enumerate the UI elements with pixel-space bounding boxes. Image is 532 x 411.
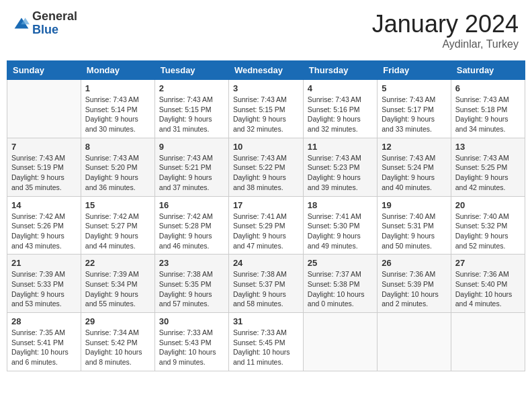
day-info: Sunrise: 7:33 AM Sunset: 5:45 PM Dayligh… bbox=[233, 328, 299, 367]
day-info: Sunrise: 7:34 AM Sunset: 5:42 PM Dayligh… bbox=[85, 328, 150, 367]
calendar-cell: 27Sunrise: 7:36 AM Sunset: 5:40 PM Dayli… bbox=[451, 255, 525, 313]
day-number: 11 bbox=[308, 142, 373, 152]
day-number: 1 bbox=[85, 83, 150, 93]
day-number: 22 bbox=[85, 258, 150, 268]
day-info: Sunrise: 7:36 AM Sunset: 5:39 PM Dayligh… bbox=[382, 269, 447, 309]
day-number: 18 bbox=[308, 200, 373, 210]
month-title: January 2024 bbox=[372, 10, 519, 38]
calendar-cell: 6Sunrise: 7:43 AM Sunset: 5:18 PM Daylig… bbox=[451, 80, 525, 138]
day-number: 31 bbox=[233, 316, 299, 326]
calendar-cell: 15Sunrise: 7:42 AM Sunset: 5:27 PM Dayli… bbox=[81, 196, 154, 255]
day-number: 27 bbox=[455, 258, 521, 268]
week-row-5: 28Sunrise: 7:35 AM Sunset: 5:41 PM Dayli… bbox=[7, 313, 525, 371]
day-number: 21 bbox=[11, 258, 77, 268]
day-number: 24 bbox=[233, 258, 299, 268]
week-row-2: 7Sunrise: 7:43 AM Sunset: 5:19 PM Daylig… bbox=[7, 138, 525, 196]
day-number: 3 bbox=[233, 83, 299, 93]
day-number: 6 bbox=[455, 83, 521, 93]
day-info: Sunrise: 7:35 AM Sunset: 5:41 PM Dayligh… bbox=[11, 328, 77, 367]
day-info: Sunrise: 7:43 AM Sunset: 5:16 PM Dayligh… bbox=[308, 95, 373, 134]
day-info: Sunrise: 7:42 AM Sunset: 5:26 PM Dayligh… bbox=[11, 212, 77, 251]
day-number: 7 bbox=[11, 142, 77, 152]
day-number: 2 bbox=[159, 83, 224, 93]
calendar-cell: 7Sunrise: 7:43 AM Sunset: 5:19 PM Daylig… bbox=[7, 138, 81, 196]
calendar-cell: 1Sunrise: 7:43 AM Sunset: 5:14 PM Daylig… bbox=[81, 80, 154, 138]
calendar-cell: 13Sunrise: 7:43 AM Sunset: 5:25 PM Dayli… bbox=[451, 138, 525, 196]
day-info: Sunrise: 7:43 AM Sunset: 5:18 PM Dayligh… bbox=[455, 95, 521, 134]
calendar-cell: 12Sunrise: 7:43 AM Sunset: 5:24 PM Dayli… bbox=[378, 138, 451, 196]
day-info: Sunrise: 7:43 AM Sunset: 5:15 PM Dayligh… bbox=[233, 95, 299, 134]
calendar-cell bbox=[303, 313, 377, 371]
day-info: Sunrise: 7:37 AM Sunset: 5:38 PM Dayligh… bbox=[308, 269, 373, 309]
calendar-cell: 22Sunrise: 7:39 AM Sunset: 5:34 PM Dayli… bbox=[81, 255, 154, 313]
calendar-cell: 18Sunrise: 7:41 AM Sunset: 5:30 PM Dayli… bbox=[303, 196, 377, 255]
day-info: Sunrise: 7:38 AM Sunset: 5:37 PM Dayligh… bbox=[233, 269, 299, 309]
day-number: 23 bbox=[159, 258, 224, 268]
calendar-cell: 17Sunrise: 7:41 AM Sunset: 5:29 PM Dayli… bbox=[228, 196, 303, 255]
day-number: 13 bbox=[455, 142, 521, 152]
calendar-cell: 25Sunrise: 7:37 AM Sunset: 5:38 PM Dayli… bbox=[303, 255, 377, 313]
day-number: 28 bbox=[11, 316, 77, 326]
day-number: 17 bbox=[233, 200, 299, 210]
day-number: 4 bbox=[308, 83, 373, 93]
day-info: Sunrise: 7:43 AM Sunset: 5:22 PM Dayligh… bbox=[233, 153, 299, 193]
calendar-cell: 10Sunrise: 7:43 AM Sunset: 5:22 PM Dayli… bbox=[228, 138, 303, 196]
logo-general-text: General bbox=[32, 10, 77, 24]
day-info: Sunrise: 7:39 AM Sunset: 5:34 PM Dayligh… bbox=[85, 269, 150, 309]
calendar-table: SundayMondayTuesdayWednesdayThursdayFrid… bbox=[7, 60, 525, 371]
calendar-cell: 2Sunrise: 7:43 AM Sunset: 5:15 PM Daylig… bbox=[154, 80, 228, 138]
day-number: 9 bbox=[159, 142, 224, 152]
day-info: Sunrise: 7:40 AM Sunset: 5:31 PM Dayligh… bbox=[382, 212, 447, 251]
day-info: Sunrise: 7:43 AM Sunset: 5:17 PM Dayligh… bbox=[382, 95, 447, 134]
day-info: Sunrise: 7:38 AM Sunset: 5:35 PM Dayligh… bbox=[159, 269, 224, 309]
day-header-monday: Monday bbox=[81, 61, 154, 80]
calendar-cell: 19Sunrise: 7:40 AM Sunset: 5:31 PM Dayli… bbox=[378, 196, 451, 255]
calendar-cell bbox=[451, 313, 525, 371]
location: Aydinlar, Turkey bbox=[372, 38, 519, 50]
calendar-cell: 8Sunrise: 7:43 AM Sunset: 5:20 PM Daylig… bbox=[81, 138, 154, 196]
day-number: 26 bbox=[382, 258, 447, 268]
day-number: 30 bbox=[159, 316, 224, 326]
day-info: Sunrise: 7:36 AM Sunset: 5:40 PM Dayligh… bbox=[455, 269, 521, 309]
week-row-3: 14Sunrise: 7:42 AM Sunset: 5:26 PM Dayli… bbox=[7, 196, 525, 255]
calendar-cell: 31Sunrise: 7:33 AM Sunset: 5:45 PM Dayli… bbox=[228, 313, 303, 371]
day-header-tuesday: Tuesday bbox=[154, 61, 228, 80]
day-number: 16 bbox=[159, 200, 224, 210]
calendar-cell: 20Sunrise: 7:40 AM Sunset: 5:32 PM Dayli… bbox=[451, 196, 525, 255]
title-section: January 2024 Aydinlar, Turkey bbox=[372, 10, 519, 50]
day-number: 29 bbox=[85, 316, 150, 326]
logo: General Blue bbox=[13, 10, 77, 37]
day-header-friday: Friday bbox=[378, 61, 451, 80]
day-info: Sunrise: 7:42 AM Sunset: 5:28 PM Dayligh… bbox=[159, 212, 224, 251]
day-info: Sunrise: 7:43 AM Sunset: 5:25 PM Dayligh… bbox=[455, 153, 521, 193]
day-info: Sunrise: 7:33 AM Sunset: 5:43 PM Dayligh… bbox=[159, 328, 224, 367]
logo-blue-text: Blue bbox=[32, 24, 77, 37]
page-header: General Blue January 2024 Aydinlar, Turk… bbox=[7, 7, 525, 54]
calendar-cell: 29Sunrise: 7:34 AM Sunset: 5:42 PM Dayli… bbox=[81, 313, 154, 371]
day-info: Sunrise: 7:43 AM Sunset: 5:15 PM Dayligh… bbox=[159, 95, 224, 134]
day-number: 5 bbox=[382, 83, 447, 93]
calendar-cell: 9Sunrise: 7:43 AM Sunset: 5:21 PM Daylig… bbox=[154, 138, 228, 196]
calendar-cell: 3Sunrise: 7:43 AM Sunset: 5:15 PM Daylig… bbox=[228, 80, 303, 138]
day-number: 19 bbox=[382, 200, 447, 210]
day-number: 14 bbox=[11, 200, 77, 210]
day-info: Sunrise: 7:43 AM Sunset: 5:24 PM Dayligh… bbox=[382, 153, 447, 193]
day-info: Sunrise: 7:41 AM Sunset: 5:29 PM Dayligh… bbox=[233, 212, 299, 251]
day-info: Sunrise: 7:43 AM Sunset: 5:19 PM Dayligh… bbox=[11, 153, 77, 193]
day-info: Sunrise: 7:41 AM Sunset: 5:30 PM Dayligh… bbox=[308, 212, 373, 251]
day-header-thursday: Thursday bbox=[303, 61, 377, 80]
day-info: Sunrise: 7:40 AM Sunset: 5:32 PM Dayligh… bbox=[455, 212, 521, 251]
calendar-cell: 30Sunrise: 7:33 AM Sunset: 5:43 PM Dayli… bbox=[154, 313, 228, 371]
day-info: Sunrise: 7:43 AM Sunset: 5:20 PM Dayligh… bbox=[85, 153, 150, 193]
day-header-wednesday: Wednesday bbox=[228, 61, 303, 80]
day-number: 8 bbox=[85, 142, 150, 152]
day-info: Sunrise: 7:42 AM Sunset: 5:27 PM Dayligh… bbox=[85, 212, 150, 251]
day-info: Sunrise: 7:43 AM Sunset: 5:14 PM Dayligh… bbox=[85, 95, 150, 134]
calendar-cell bbox=[378, 313, 451, 371]
day-number: 15 bbox=[85, 200, 150, 210]
calendar-cell: 5Sunrise: 7:43 AM Sunset: 5:17 PM Daylig… bbox=[378, 80, 451, 138]
calendar-cell: 23Sunrise: 7:38 AM Sunset: 5:35 PM Dayli… bbox=[154, 255, 228, 313]
calendar-cell bbox=[7, 80, 81, 138]
calendar-cell: 11Sunrise: 7:43 AM Sunset: 5:23 PM Dayli… bbox=[303, 138, 377, 196]
calendar-cell: 26Sunrise: 7:36 AM Sunset: 5:39 PM Dayli… bbox=[378, 255, 451, 313]
